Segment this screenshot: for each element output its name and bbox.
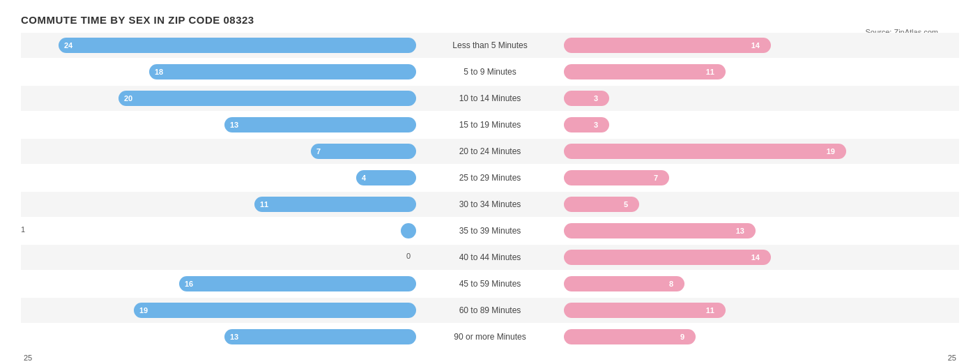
female-value: 7	[648, 174, 664, 182]
bar-male: 24	[59, 38, 416, 53]
row-label: 10 to 14 Minutes	[420, 93, 560, 103]
row-label: Less than 5 Minutes	[420, 40, 560, 50]
right-section: 3	[560, 86, 959, 111]
left-section: 16	[21, 271, 420, 296]
right-section: 14	[560, 245, 959, 270]
male-value: 18	[149, 68, 169, 76]
left-section: 18	[21, 59, 420, 84]
bar-male: 20	[118, 91, 416, 106]
bar-male: 13	[224, 329, 416, 344]
chart-row: 16 45 to 59 Minutes 8	[21, 271, 959, 296]
chart-row: 13 90 or more Minutes 9	[21, 324, 959, 349]
row-label: 30 to 34 Minutes	[420, 199, 560, 209]
chart-container: 24 Less than 5 Minutes 14 18 5 to 9 M	[21, 33, 959, 364]
left-section: 13	[21, 112, 420, 137]
male-value: 11	[254, 200, 274, 208]
male-value-zero: 0	[406, 252, 411, 260]
left-section: 1	[21, 218, 420, 243]
female-value: 13	[730, 227, 750, 235]
row-label: 15 to 19 Minutes	[420, 120, 560, 130]
male-value-outside: 1	[21, 225, 395, 234]
female-value: 11	[700, 306, 720, 314]
chart-row: 20 10 to 14 Minutes 3	[21, 86, 959, 111]
bar-female: 8	[564, 276, 684, 291]
male-value: 19	[134, 306, 153, 314]
chart-row: 24 Less than 5 Minutes 14	[21, 33, 959, 58]
female-value: 14	[746, 253, 765, 261]
chart-row: 18 5 to 9 Minutes 11	[21, 59, 959, 84]
male-value: 13	[224, 121, 244, 129]
chart-title: COMMUTE TIME BY SEX IN ZIP CODE 08323	[21, 14, 959, 26]
bar-male: 4	[356, 170, 416, 185]
bar-male	[401, 223, 416, 238]
bar-female: 3	[564, 117, 609, 132]
chart-row: 11 30 to 34 Minutes 5	[21, 192, 959, 217]
right-section: 19	[560, 139, 959, 164]
bar-male: 13	[224, 117, 416, 132]
left-section: 11	[21, 192, 420, 217]
right-section: 11	[560, 59, 959, 84]
chart-row: 1 35 to 39 Minutes 13	[21, 218, 959, 243]
right-section: 13	[560, 218, 959, 243]
right-section: 11	[560, 298, 959, 323]
left-section: 20	[21, 86, 420, 111]
bar-male: 7	[311, 144, 416, 159]
row-label: 25 to 29 Minutes	[420, 173, 560, 183]
left-section: 24	[21, 33, 420, 58]
left-section: 0	[21, 245, 420, 270]
left-section: 4	[21, 165, 420, 190]
row-label: 45 to 59 Minutes	[420, 279, 560, 289]
male-value: 7	[311, 147, 326, 156]
bar-female: 14	[564, 250, 771, 265]
bar-female: 19	[564, 144, 846, 159]
right-section: 8	[560, 271, 959, 296]
chart-row: 13 15 to 19 Minutes 3	[21, 112, 959, 137]
right-section: 7	[560, 165, 959, 190]
male-value: 24	[59, 41, 78, 50]
bar-female: 13	[564, 223, 756, 238]
female-value: 5	[618, 200, 634, 208]
female-value: 9	[675, 333, 690, 341]
row-label: 20 to 24 Minutes	[420, 146, 560, 156]
axis-left-value: 25	[21, 354, 423, 362]
right-section: 9	[560, 324, 959, 349]
bar-female: 5	[564, 197, 639, 212]
bar-female: 3	[564, 91, 609, 106]
female-value: 8	[664, 280, 679, 288]
female-value: 3	[588, 94, 604, 103]
left-section: 13	[21, 324, 420, 349]
row-label: 90 or more Minutes	[420, 332, 560, 342]
bar-female: 11	[564, 64, 726, 79]
bar-male: 18	[149, 64, 416, 79]
right-section: 5	[560, 192, 959, 217]
chart-row: 19 60 to 89 Minutes 11	[21, 298, 959, 323]
row-label: 35 to 39 Minutes	[420, 226, 560, 236]
female-value: 19	[821, 147, 841, 156]
male-value: 16	[179, 280, 199, 288]
bar-female: 7	[564, 170, 669, 185]
row-label: 5 to 9 Minutes	[420, 67, 560, 77]
bar-male: 11	[254, 197, 416, 212]
bar-female: 11	[564, 303, 726, 318]
male-value: 20	[118, 94, 138, 103]
chart-row: 7 20 to 24 Minutes 19	[21, 139, 959, 164]
right-section: 14	[560, 33, 959, 58]
left-section: 19	[21, 298, 420, 323]
bar-female: 9	[564, 329, 696, 344]
axis-right-value: 25	[557, 354, 959, 362]
axis-row: 25 25	[21, 351, 959, 364]
bar-male: 19	[134, 303, 416, 318]
female-value: 3	[588, 121, 604, 129]
bar-male: 16	[179, 276, 416, 291]
chart-row: 4 25 to 29 Minutes 7	[21, 165, 959, 190]
male-value: 13	[224, 333, 244, 341]
chart-row: 0 40 to 44 Minutes 14	[21, 245, 959, 270]
row-label: 60 to 89 Minutes	[420, 305, 560, 315]
row-label: 40 to 44 Minutes	[420, 252, 560, 262]
female-value: 14	[746, 41, 765, 50]
right-section: 3	[560, 112, 959, 137]
left-section: 7	[21, 139, 420, 164]
male-value: 4	[356, 174, 372, 182]
bar-female: 14	[564, 38, 771, 53]
female-value: 11	[700, 68, 720, 76]
